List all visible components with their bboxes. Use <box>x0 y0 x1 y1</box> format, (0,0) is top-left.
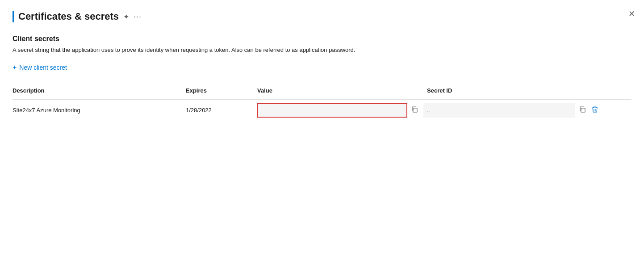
page-container: Certificates & secrets ✦ ··· ✕ Client se… <box>0 0 644 132</box>
col-header-secret-id: Secret ID <box>423 85 631 96</box>
cell-description: Site24x7 Azure Monitoring <box>13 102 182 118</box>
pin-icon[interactable]: ✦ <box>123 13 129 21</box>
section-description: A secret string that the application use… <box>13 46 414 53</box>
secrets-table: Description Expires Value Secret ID Site… <box>13 82 631 121</box>
copy-secret-id-icon[interactable] <box>577 104 588 116</box>
svg-rect-0 <box>413 108 417 112</box>
plus-icon: + <box>13 64 17 71</box>
table-row: Site24x7 Azure Monitoring 1/28/2022 . <box>13 100 631 121</box>
cell-value: . <box>254 101 423 120</box>
svg-rect-1 <box>581 108 585 112</box>
new-secret-label: New client secret <box>19 64 67 71</box>
more-options-icon[interactable]: ··· <box>134 12 142 21</box>
copy-value-icon[interactable] <box>409 104 420 116</box>
section-title: Client secrets <box>13 35 631 43</box>
col-header-description: Description <box>13 85 182 96</box>
col-header-value: Value <box>254 85 423 96</box>
value-hidden-dots: . <box>402 107 404 114</box>
delete-secret-icon[interactable] <box>590 104 600 116</box>
secret-id-hidden: .. <box>427 107 430 114</box>
cell-secret-id: .. <box>423 103 631 118</box>
col-header-expires: Expires <box>182 85 254 96</box>
description-value: Site24x7 Azure Monitoring <box>13 107 80 114</box>
page-title: Certificates & secrets <box>18 11 119 22</box>
page-header: Certificates & secrets ✦ ··· <box>13 11 631 22</box>
value-input-box[interactable]: . <box>257 103 407 118</box>
secret-id-box: .. <box>423 103 575 118</box>
new-client-secret-button[interactable]: + New client secret <box>13 62 67 73</box>
close-button[interactable]: ✕ <box>628 9 635 19</box>
table-header: Description Expires Value Secret ID <box>13 82 631 100</box>
expires-value: 1/28/2022 <box>186 107 212 114</box>
cell-expires: 1/28/2022 <box>182 102 254 118</box>
